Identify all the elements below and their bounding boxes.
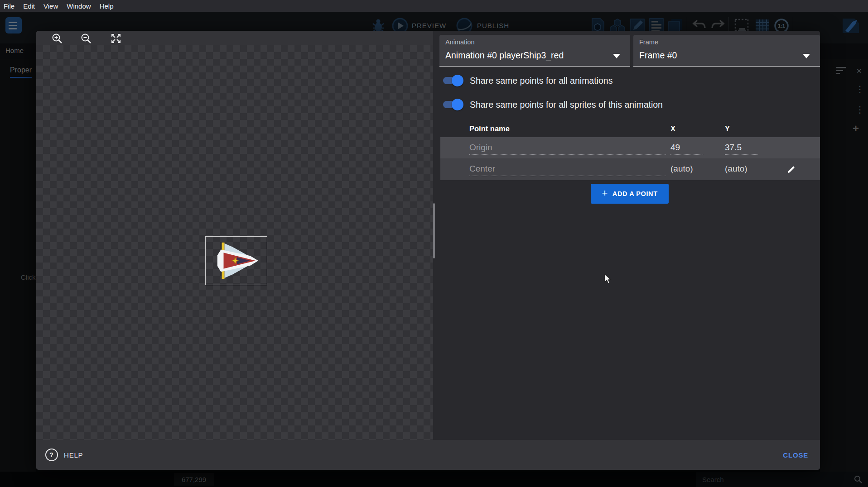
- pencil-icon: [786, 165, 796, 174]
- mouse-cursor: [603, 273, 612, 284]
- share-points-all-sprites-toggle[interactable]: [443, 101, 462, 108]
- frame-select[interactable]: Frame Frame #0: [633, 35, 820, 67]
- menu-file[interactable]: File: [4, 2, 14, 10]
- chevron-down-icon: [613, 54, 620, 58]
- toggle-label: Share same points for all sprites of thi…: [470, 100, 663, 110]
- animation-select-label: Animation: [445, 38, 474, 46]
- add-a-point-button[interactable]: + ADD A POINT: [591, 184, 669, 204]
- share-points-all-sprites-row: Share same points for all sprites of thi…: [443, 98, 663, 111]
- point-row-center: Center (auto) (auto): [440, 158, 820, 180]
- player-ship-sprite: [206, 237, 267, 285]
- app-window: File Edit View Window Help PREVIEW PUBLI…: [0, 0, 868, 487]
- plus-icon: +: [602, 187, 608, 199]
- menu-window[interactable]: Window: [67, 2, 91, 10]
- column-header-x: X: [670, 124, 675, 133]
- sprite-selection-box: [205, 236, 267, 285]
- share-points-all-animations-row: Share same points for all animations: [443, 74, 612, 87]
- chevron-down-icon: [803, 54, 810, 58]
- point-y-field[interactable]: 37.5: [725, 141, 757, 155]
- menu-help[interactable]: Help: [100, 2, 114, 10]
- point-row-origin: Origin 49 37.5: [440, 137, 820, 158]
- frame-select-label: Frame: [639, 38, 658, 46]
- point-y-auto-value: (auto): [725, 162, 757, 176]
- point-name-field[interactable]: Center: [469, 162, 666, 176]
- add-a-point-label: ADD A POINT: [612, 190, 658, 197]
- sprite-canvas[interactable]: [36, 45, 433, 440]
- fit-to-screen-icon[interactable]: [110, 32, 122, 45]
- point-x-field[interactable]: 49: [670, 141, 703, 155]
- zoom-in-icon[interactable]: [51, 32, 63, 45]
- canvas-scrollbar-thumb[interactable]: [433, 203, 435, 258]
- menu-edit[interactable]: Edit: [23, 2, 35, 10]
- toggle-label: Share same points for all animations: [470, 76, 612, 86]
- point-name-field[interactable]: Origin: [469, 141, 666, 155]
- animation-select[interactable]: Animation Animation #0 playerShip3_red: [439, 35, 630, 67]
- zoom-out-icon[interactable]: [80, 32, 92, 45]
- menu-bar: File Edit View Window Help: [0, 0, 868, 12]
- column-header-y: Y: [725, 124, 730, 133]
- column-header-point-name: Point name: [469, 124, 510, 133]
- share-points-all-animations-toggle[interactable]: [443, 77, 462, 84]
- dialog-footer: ? HELP CLOSE: [36, 440, 820, 470]
- help-label: HELP: [64, 451, 83, 459]
- menu-view[interactable]: View: [43, 2, 58, 10]
- edit-points-dialog: Animation Animation #0 playerShip3_red F…: [36, 31, 820, 470]
- animation-select-value: Animation #0 playerShip3_red: [445, 50, 564, 61]
- close-button[interactable]: CLOSE: [783, 451, 808, 459]
- help-button[interactable]: ? HELP: [45, 449, 83, 461]
- frame-select-value: Frame #0: [639, 50, 677, 61]
- canvas-toolbar: [36, 31, 433, 45]
- point-x-auto-value: (auto): [670, 162, 703, 176]
- edit-center-point-button[interactable]: [783, 162, 799, 177]
- question-mark-icon: ?: [45, 449, 58, 461]
